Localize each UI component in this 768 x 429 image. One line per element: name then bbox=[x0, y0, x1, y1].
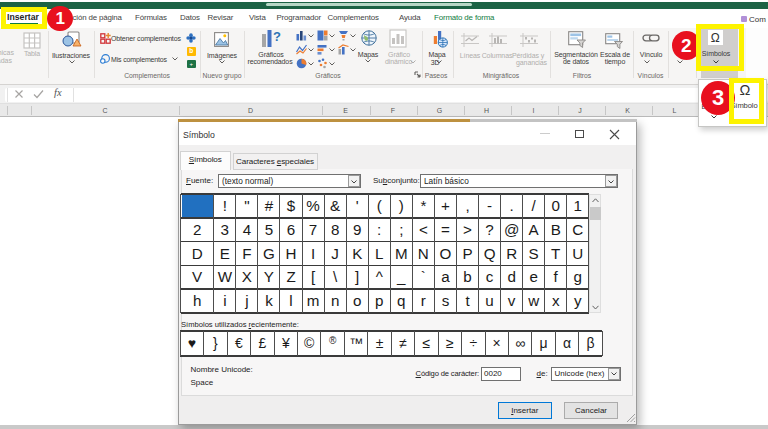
svg-text:?: ? bbox=[273, 29, 281, 44]
